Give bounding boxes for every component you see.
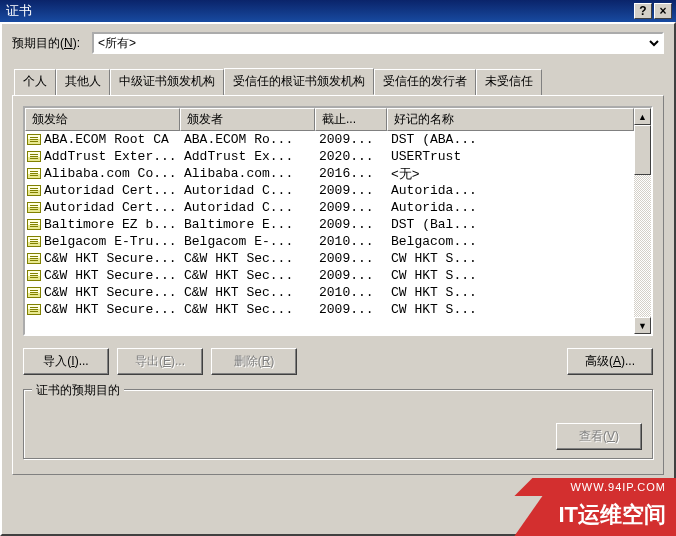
table-row[interactable]: C&W HKT Secure...C&W HKT Sec...2010...CW… bbox=[25, 284, 634, 301]
close-button[interactable]: × bbox=[654, 3, 672, 19]
tab-others[interactable]: 其他人 bbox=[56, 69, 110, 96]
col-issuer[interactable]: 颁发者 bbox=[180, 108, 315, 131]
table-row[interactable]: AddTrust Exter...AddTrust Ex...2020...US… bbox=[25, 148, 634, 165]
purpose-row: 预期目的(N): <所有> bbox=[12, 32, 664, 54]
tab-trusted-root[interactable]: 受信任的根证书颁发机构 bbox=[224, 68, 374, 95]
certificate-icon bbox=[27, 236, 41, 247]
col-expires[interactable]: 截止... bbox=[315, 108, 387, 131]
table-row[interactable]: ABA.ECOM Root CAABA.ECOM Ro...2009...DST… bbox=[25, 131, 634, 148]
certificate-icon bbox=[27, 185, 41, 196]
table-row[interactable]: Alibaba.com Co...Alibaba.com...2016...<无… bbox=[25, 165, 634, 182]
scroll-thumb[interactable] bbox=[634, 125, 651, 175]
certificate-listview[interactable]: 颁发给 颁发者 截止... 好记的名称 ABA.ECOM Root CAABA.… bbox=[23, 106, 653, 336]
listview-header-row: 颁发给 颁发者 截止... 好记的名称 bbox=[25, 108, 634, 131]
certificate-icon bbox=[27, 219, 41, 230]
table-row[interactable]: C&W HKT Secure...C&W HKT Sec...2009...CW… bbox=[25, 301, 634, 318]
tab-trusted-publishers[interactable]: 受信任的发行者 bbox=[374, 69, 476, 96]
certificate-icon bbox=[27, 151, 41, 162]
certificate-icon bbox=[27, 304, 41, 315]
scroll-track[interactable] bbox=[634, 125, 651, 317]
scroll-up-button[interactable]: ▲ bbox=[634, 108, 651, 125]
window-title: 证书 bbox=[4, 2, 634, 20]
action-buttons-row: 导入(I)... 导出(E)... 删除(R) 高级(A)... bbox=[23, 348, 653, 375]
table-row[interactable]: C&W HKT Secure...C&W HKT Sec...2009...CW… bbox=[25, 267, 634, 284]
help-button[interactable]: ? bbox=[634, 3, 652, 19]
certificate-icon bbox=[27, 168, 41, 179]
tab-strip: 个人其他人中级证书颁发机构受信任的根证书颁发机构受信任的发行者未受信任 bbox=[14, 68, 664, 95]
table-row[interactable]: Autoridad Cert...Autoridad C...2009...Au… bbox=[25, 182, 634, 199]
table-row[interactable]: Autoridad Cert...Autoridad C...2009...Au… bbox=[25, 199, 634, 216]
certificate-icon bbox=[27, 287, 41, 298]
certificate-icon bbox=[27, 202, 41, 213]
intended-purposes-group: 证书的预期目的 查看(V) bbox=[23, 389, 653, 459]
import-button[interactable]: 导入(I)... bbox=[23, 348, 109, 375]
export-button[interactable]: 导出(E)... bbox=[117, 348, 203, 375]
view-button[interactable]: 查看(V) bbox=[556, 423, 642, 450]
delete-button[interactable]: 删除(R) bbox=[211, 348, 297, 375]
certificates-window: 证书 ? × 预期目的(N): <所有> 个人其他人中级证书颁发机构受信任的根证… bbox=[0, 0, 676, 536]
client-area: 预期目的(N): <所有> 个人其他人中级证书颁发机构受信任的根证书颁发机构受信… bbox=[0, 22, 676, 536]
vertical-scrollbar[interactable]: ▲ ▼ bbox=[634, 108, 651, 334]
table-row[interactable]: Baltimore EZ b...Baltimore E...2009...DS… bbox=[25, 216, 634, 233]
tab-untrusted[interactable]: 未受信任 bbox=[476, 69, 542, 96]
listview-inner: 颁发给 颁发者 截止... 好记的名称 ABA.ECOM Root CAABA.… bbox=[25, 108, 634, 334]
scroll-down-button[interactable]: ▼ bbox=[634, 317, 651, 334]
title-bar[interactable]: 证书 ? × bbox=[0, 0, 676, 22]
listview-body: ABA.ECOM Root CAABA.ECOM Ro...2009...DST… bbox=[25, 131, 634, 318]
table-row[interactable]: Belgacom E-Tru...Belgacom E-...2010...Be… bbox=[25, 233, 634, 250]
tab-intermediate[interactable]: 中级证书颁发机构 bbox=[110, 69, 224, 96]
advanced-button[interactable]: 高级(A)... bbox=[567, 348, 653, 375]
tab-personal[interactable]: 个人 bbox=[14, 69, 56, 96]
certificate-icon bbox=[27, 270, 41, 281]
table-row[interactable]: C&W HKT Secure...C&W HKT Sec...2009...CW… bbox=[25, 250, 634, 267]
tab-page-trusted-root: 颁发给 颁发者 截止... 好记的名称 ABA.ECOM Root CAABA.… bbox=[12, 95, 664, 475]
col-friendly-name[interactable]: 好记的名称 bbox=[387, 108, 634, 131]
certificate-icon bbox=[27, 134, 41, 145]
purpose-select[interactable]: <所有> bbox=[92, 32, 664, 54]
col-issued-to[interactable]: 颁发给 bbox=[25, 108, 180, 131]
certificate-icon bbox=[27, 253, 41, 264]
group-legend: 证书的预期目的 bbox=[32, 382, 124, 399]
title-bar-buttons: ? × bbox=[634, 3, 672, 19]
purpose-label: 预期目的(N): bbox=[12, 35, 80, 52]
